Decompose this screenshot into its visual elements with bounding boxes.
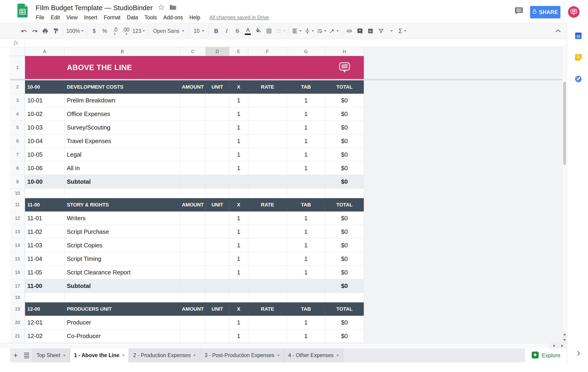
cell-x[interactable]: 1 [229,238,248,252]
functions-button[interactable]: Σ [397,25,408,37]
cell-rate[interactable] [248,134,287,148]
cell-empty[interactable] [64,293,180,302]
cell-x[interactable]: 1 [229,316,248,329]
hide-side-panel-button[interactable] [575,350,582,357]
cell-empty[interactable] [25,188,64,198]
cell-total[interactable]: $0 [325,329,364,343]
row-number-5[interactable]: 5 [10,121,25,134]
cell-amount[interactable] [180,175,206,188]
cell-tab[interactable]: 1 [287,238,325,252]
google-sheets-logo-icon[interactable] [17,4,28,18]
cell-amount[interactable] [180,211,206,225]
vertical-scrollbar-thumb[interactable] [563,82,566,165]
cell-x[interactable]: 1 [229,121,248,134]
cell-x[interactable]: 1 [229,148,248,161]
column-header-B[interactable]: B [64,47,180,56]
cell-tab[interactable]: 1 [287,134,325,148]
sheet-tab-menu-caret[interactable] [277,355,280,356]
cell-colhead-tab[interactable]: TAB [287,80,325,94]
font-size-select[interactable]: 10 [191,25,207,37]
cell-unit[interactable] [206,148,229,161]
insert-link-button[interactable] [344,25,355,37]
cell-x[interactable]: 1 [229,329,248,343]
row-number-16[interactable]: 16 [10,266,25,279]
cell-colhead-x[interactable]: X [229,198,248,211]
cell-x[interactable]: 1 [229,225,248,238]
cell-tab[interactable]: 1 [287,94,325,107]
cell-total[interactable]: $0 [325,134,364,148]
cell-x[interactable]: 1 [229,107,248,121]
cell-code[interactable]: 10-04 [25,134,64,148]
cell-empty[interactable] [287,293,325,302]
sheet-tab-menu-caret[interactable] [336,355,339,356]
cell-description[interactable]: Subtotal [64,175,180,188]
cell-unit[interactable] [206,107,229,121]
cell-tab[interactable]: 1 [287,161,325,175]
cell-x[interactable]: 1 [229,211,248,225]
cell-description[interactable]: Legal [64,148,180,161]
cell-empty[interactable] [248,188,287,198]
cell-unit[interactable] [206,134,229,148]
move-to-folder-icon[interactable] [170,4,177,11]
sheet-tab-menu-caret[interactable] [193,355,196,356]
row-number-21[interactable]: 21 [10,329,25,343]
all-sheets-button[interactable] [21,348,32,362]
row-number-12[interactable]: 12 [10,211,25,225]
cell-code[interactable]: 10-03 [25,121,64,134]
cell-description[interactable]: Office Expenses [64,107,180,121]
cell-colhead-rate[interactable]: RATE [248,198,287,211]
font-select[interactable]: Open Sans [150,25,187,37]
share-button[interactable]: SHARE [530,6,560,18]
cell-colhead-unit[interactable]: UNIT [206,198,229,211]
cell-x[interactable]: 1 [229,134,248,148]
sheet-tab-top-sheet[interactable]: Top Sheet [32,348,70,362]
column-header-C[interactable]: C [180,47,206,56]
cell-total[interactable]: $0 [325,316,364,329]
cell-description[interactable]: All in [64,161,180,175]
cell-tab[interactable] [287,175,325,188]
cell-unit[interactable] [206,225,229,238]
saved-status-link[interactable]: All changes saved in Drive [210,14,269,21]
menu-format[interactable]: Format [101,14,124,21]
horizontal-scrollbar[interactable] [0,343,567,348]
document-title[interactable]: FIlm Budget Template — StudioBinder [36,4,153,12]
cell-total[interactable]: $0 [325,252,364,266]
row-number-18[interactable]: 18 [10,293,25,302]
cell-amount[interactable] [180,94,206,107]
row-number-14[interactable]: 14 [10,238,25,252]
decrease-decimal-button[interactable]: .0 [110,25,121,37]
paint-format-button[interactable] [51,25,61,37]
cell-rate[interactable] [248,225,287,238]
cell-total[interactable]: $0 [325,211,364,225]
cell-code[interactable]: 10-02 [25,107,64,121]
cell-description[interactable]: Prelim Breakdown [64,94,180,107]
menu-file[interactable]: File [33,14,48,21]
cell-colhead-tab[interactable]: TAB [287,302,325,316]
cell-amount[interactable] [180,148,206,161]
cell-description[interactable]: Survey/Scouting [64,121,180,134]
row-number-4[interactable]: 4 [10,107,25,121]
cell-code[interactable]: 10-01 [25,94,64,107]
menu-tools[interactable]: Tools [141,14,160,21]
google-keep-icon[interactable] [575,54,582,61]
sheet-tab-menu-caret[interactable] [63,355,65,356]
cell-colhead-rate[interactable]: RATE [248,80,287,94]
cell-tab[interactable]: 1 [287,121,325,134]
cell-unit[interactable] [206,94,229,107]
cell-tab[interactable]: 1 [287,107,325,121]
select-all-corner[interactable] [10,47,25,56]
cell-code[interactable]: 11-05 [25,266,64,279]
row-number-15[interactable]: 15 [10,252,25,266]
cell-amount[interactable] [180,238,206,252]
cell-rate[interactable] [248,279,287,293]
cell-x[interactable]: 1 [229,266,248,279]
cell-empty[interactable] [206,188,229,198]
zoom-select[interactable]: 100% [65,25,85,37]
cell-total[interactable]: $0 [325,94,364,107]
strikethrough-button[interactable]: S [232,25,242,37]
row-number-7[interactable]: 7 [10,148,25,161]
cell-code[interactable]: 10-00 [25,175,64,188]
row-number-11[interactable]: 11 [10,198,25,211]
bold-button[interactable]: B [211,25,221,37]
row-number-3[interactable]: 3 [10,94,25,107]
